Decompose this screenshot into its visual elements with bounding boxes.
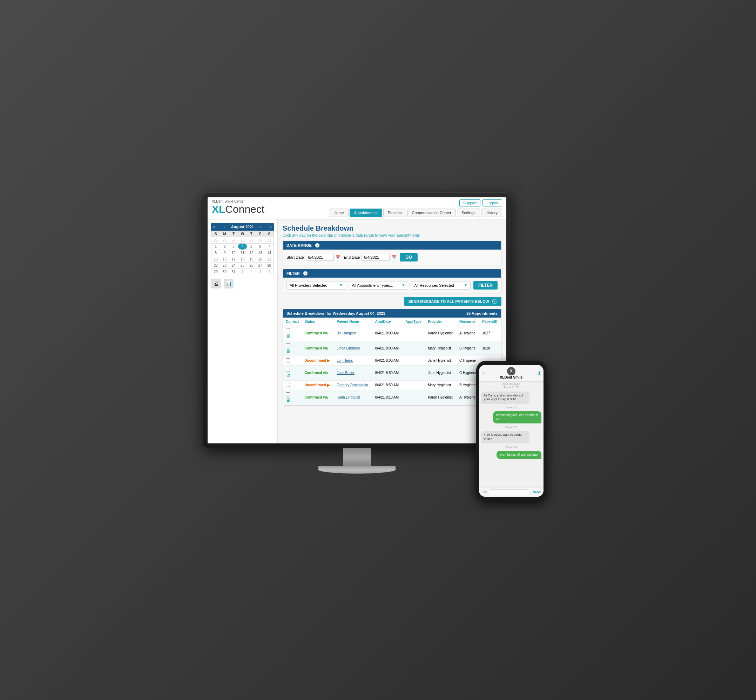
cal-day[interactable]: 24 — [229, 262, 238, 269]
cal-day[interactable]: 27 — [256, 262, 265, 269]
cal-day[interactable]: 1 — [238, 269, 247, 275]
contact-checkbox[interactable] — [286, 358, 290, 362]
providers-dropdown[interactable]: All Providers Selected ▼ — [286, 281, 346, 289]
end-date-calendar-icon[interactable]: 📅 — [391, 255, 396, 259]
cal-day[interactable]: 3 — [256, 269, 265, 275]
contact-checkbox[interactable] — [286, 368, 290, 372]
brand-area: XLDent Smile Center XLConnect — [212, 200, 265, 214]
cal-day[interactable]: 1 — [211, 243, 220, 250]
send-message-info-icon[interactable]: i — [492, 299, 497, 304]
tab-home[interactable]: Home — [329, 209, 348, 217]
cal-day[interactable]: 2 — [220, 243, 229, 250]
top-right: Support Logout Home Appointments Patient… — [329, 200, 502, 217]
contact-checkbox[interactable] — [286, 392, 290, 397]
go-button[interactable]: GO — [400, 253, 418, 261]
cal-day[interactable]: 16 — [220, 256, 229, 262]
contact-checkbox[interactable] — [286, 343, 290, 347]
start-date-calendar-icon[interactable]: 📅 — [336, 255, 340, 259]
tab-patients[interactable]: Patients — [383, 209, 406, 217]
cal-day[interactable]: 20 — [256, 256, 265, 262]
cal-day[interactable]: 17 — [229, 256, 238, 262]
cal-day[interactable]: 28 — [265, 262, 274, 269]
cal-day[interactable]: 23 — [220, 262, 229, 269]
cal-day[interactable]: 31 — [265, 237, 274, 243]
patient-link[interactable]: Bill Lindgren — [337, 331, 356, 335]
cal-day[interactable]: 6 — [256, 243, 265, 250]
tab-history[interactable]: History — [481, 209, 502, 217]
phone-info-icon[interactable]: ℹ — [538, 370, 540, 376]
start-date-input[interactable] — [306, 254, 334, 261]
end-date-input[interactable] — [362, 254, 390, 261]
start-date-label: Start Date — [286, 255, 304, 259]
cal-day[interactable]: 29 — [211, 269, 220, 275]
cal-day[interactable]: 21 — [265, 256, 274, 262]
cal-day[interactable]: 26 — [247, 262, 256, 269]
cal-day[interactable]: 8 — [211, 250, 220, 256]
logout-button[interactable]: Logout — [482, 200, 502, 206]
schedule-table-title: Schedule Breakdown for Wednesday, August… — [286, 311, 385, 316]
cal-day[interactable]: 19 — [247, 256, 256, 262]
logo: XLConnect — [212, 204, 265, 214]
calendar-prev-prev[interactable]: « — [212, 224, 217, 229]
cal-day[interactable]: 9 — [220, 250, 229, 256]
contact-checkbox[interactable] — [286, 383, 290, 387]
cal-day[interactable]: 26 — [220, 237, 229, 243]
tab-communication-center[interactable]: Communication Center — [407, 209, 456, 217]
send-message-label: SEND MESSAGE TO ALL PATIENTS BELOW — [409, 299, 489, 303]
cal-day[interactable]: 11 — [238, 250, 247, 256]
patient-link[interactable]: Jane Butler — [337, 371, 355, 375]
cal-day[interactable]: 18 — [238, 256, 247, 262]
cal-day[interactable]: 5 — [247, 243, 256, 250]
contact-checkbox[interactable] — [286, 328, 290, 332]
cal-day[interactable]: 29 — [247, 237, 256, 243]
patient-link[interactable]: Gregory Rubenstein — [337, 383, 368, 387]
patient-link[interactable]: Linda Lindgren — [337, 346, 360, 350]
filter-button[interactable]: FILTER — [473, 281, 498, 289]
cal-day[interactable]: 28 — [238, 237, 247, 243]
calendar-next-next[interactable]: » — [268, 224, 273, 229]
phone-input-bar: Like Send — [479, 488, 543, 497]
cal-day[interactable]: 2 — [247, 269, 256, 275]
page-subtitle: Click any day on the calendar or choose … — [283, 233, 501, 237]
cal-day[interactable]: 22 — [211, 262, 220, 269]
excel-icon[interactable]: 📊 — [224, 279, 233, 289]
cal-day[interactable]: 3 — [229, 243, 238, 250]
date-range-info-icon[interactable]: i — [315, 243, 320, 248]
patient-name-cell: Karla Lingquist — [334, 390, 373, 405]
cal-day[interactable]: 27 — [229, 237, 238, 243]
col-patient-id: PatientID — [479, 317, 501, 326]
calendar-prev[interactable]: ‹ — [222, 224, 226, 229]
filter-info-icon[interactable]: i — [303, 271, 308, 276]
phone-send-button[interactable]: Send — [533, 491, 541, 494]
appt-type-cell — [402, 341, 425, 356]
cal-day[interactable]: 10 — [229, 250, 238, 256]
page-title: Schedule Breakdown — [283, 224, 501, 233]
cal-day[interactable]: 15 — [211, 256, 220, 262]
table-row: Unconfirmed ▶ Gregory Rubenstein 8/4/21 … — [283, 380, 501, 390]
cal-day[interactable]: 12 — [247, 250, 256, 256]
resources-dropdown[interactable]: All Resources Selected ▼ — [411, 281, 471, 289]
cal-day[interactable]: 25 — [238, 262, 247, 269]
cal-day[interactable]: 7 — [265, 243, 274, 250]
schedule-table-header: Schedule Breakdown for Wednesday, August… — [283, 309, 501, 317]
cal-day[interactable]: 14 — [265, 250, 274, 256]
tab-settings[interactable]: Settings — [457, 209, 480, 217]
appointment-types-dropdown[interactable]: All Appointment Types... ▼ — [349, 281, 409, 289]
cal-day[interactable]: 30 — [256, 237, 265, 243]
print-icon[interactable]: 🖨 — [211, 279, 221, 289]
patient-link[interactable]: Lori Harris — [337, 359, 353, 362]
calendar-next[interactable]: › — [259, 224, 263, 229]
cal-day[interactable]: 4 — [265, 269, 274, 275]
calendar-grid: S M T W T F S — [211, 231, 274, 275]
cal-day[interactable]: 25 — [211, 237, 220, 243]
cal-day[interactable]: 30 — [220, 269, 229, 275]
patient-link[interactable]: Karla Lingquist — [337, 395, 360, 399]
cal-day[interactable]: 13 — [256, 250, 265, 256]
cal-day-today[interactable]: 4 — [238, 243, 247, 250]
support-button[interactable]: Support — [459, 200, 481, 206]
send-message-button[interactable]: SEND MESSAGE TO ALL PATIENTS BELOW i — [404, 297, 501, 306]
tab-appointments[interactable]: Appointments — [350, 209, 382, 217]
phone-message-input[interactable] — [488, 489, 531, 495]
resource-cell: A Hygiene — [457, 326, 479, 341]
cal-day[interactable]: 31 — [229, 269, 238, 275]
